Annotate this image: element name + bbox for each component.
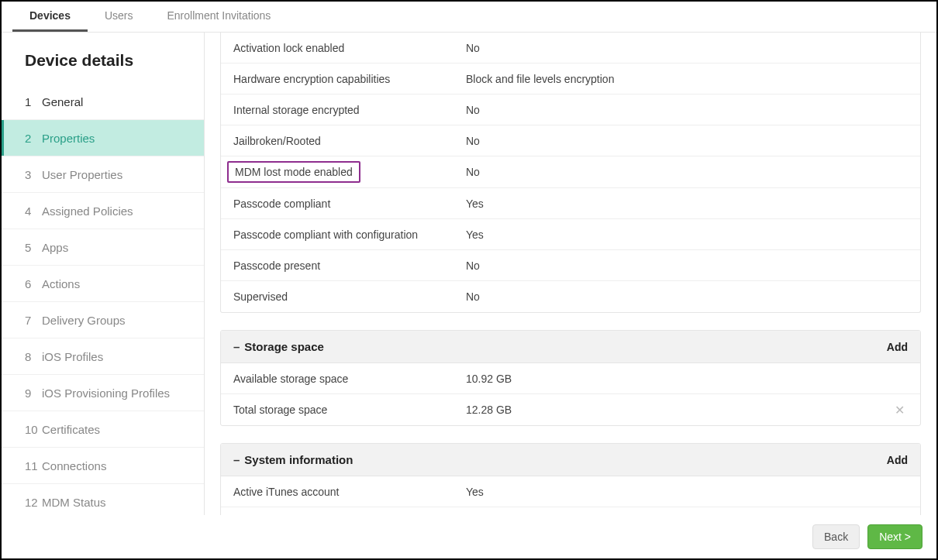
table-row: Supervised No	[221, 281, 920, 312]
table-row: MDM lost mode enabled No	[221, 156, 920, 188]
sysinfo-table: – System information Add Active iTunes a…	[220, 443, 921, 515]
sidebar-item-assigned-policies[interactable]: 4 Assigned Policies	[2, 193, 204, 229]
section-header-sysinfo: – System information Add	[221, 444, 920, 476]
sidebar-item-label: General	[42, 95, 83, 108]
sidebar-item-user-properties[interactable]: 3 User Properties	[2, 156, 204, 193]
sidebar-item-delivery-groups[interactable]: 7 Delivery Groups	[2, 302, 204, 338]
table-row: Hardware encryption capabilities Block a…	[221, 64, 920, 94]
property-label: Internal storage encrypted	[233, 104, 466, 116]
property-label: Activation lock enabled	[233, 42, 466, 54]
table-row: Cloud backup enabled No	[221, 507, 920, 515]
sidebar-item-number: 7	[25, 314, 42, 327]
section-header-storage: – Storage space Add	[221, 331, 920, 363]
sidebar-item-connections[interactable]: 11 Connections	[2, 448, 204, 484]
property-value: No	[466, 42, 908, 54]
sidebar-item-ios-provisioning-profiles[interactable]: 9 iOS Provisioning Profiles	[2, 375, 204, 411]
property-label: Passcode compliant	[233, 198, 466, 210]
close-icon[interactable]: ✕	[891, 403, 908, 417]
sidebar-item-number: 1	[25, 95, 42, 108]
sidebar-item-number: 4	[25, 204, 42, 218]
property-value: No	[466, 290, 908, 303]
sidebar-item-label: Assigned Policies	[42, 204, 133, 218]
sidebar-item-number: 8	[25, 350, 42, 363]
property-label: Passcode compliant with configuration	[233, 228, 466, 241]
sidebar-item-label: Apps	[42, 241, 68, 254]
section-title: Storage space	[244, 340, 324, 353]
sidebar-item-label: Connections	[42, 459, 106, 472]
tab-enrollment-invitations[interactable]: Enrollment Invitations	[150, 2, 288, 32]
property-label: Total storage space	[233, 404, 466, 416]
property-value: Block and file levels encryption	[466, 73, 908, 85]
sidebar-item-ios-profiles[interactable]: 8 iOS Profiles	[2, 338, 204, 375]
property-value: No	[466, 104, 908, 116]
property-label: MDM lost mode enabled	[233, 164, 466, 180]
sidebar-item-label: Actions	[42, 277, 80, 290]
sidebar-item-number: 10	[25, 423, 42, 436]
property-label: Active iTunes account	[233, 486, 466, 498]
table-row: Activation lock enabled No	[221, 33, 920, 64]
property-value: Yes	[466, 198, 908, 210]
sidebar-item-actions[interactable]: 6 Actions	[2, 266, 204, 302]
property-value: Yes	[466, 486, 908, 498]
table-row: Passcode present No	[221, 250, 920, 281]
top-tabs: Devices Users Enrollment Invitations	[2, 2, 936, 33]
sidebar-item-general[interactable]: 1 General	[2, 84, 204, 120]
highlighted-label: MDM lost mode enabled	[227, 161, 360, 183]
section-title: System information	[244, 453, 353, 466]
sidebar-item-number: 12	[25, 496, 42, 509]
sidebar-item-mdm-status[interactable]: 12 MDM Status	[2, 484, 204, 515]
next-button[interactable]: Next >	[867, 524, 922, 549]
sidebar-item-label: Delivery Groups	[42, 314, 126, 327]
sidebar-item-number: 11	[25, 459, 42, 472]
collapse-icon[interactable]: –	[233, 340, 240, 353]
property-value: 10.92 GB	[466, 373, 908, 385]
sidebar-item-label: MDM Status	[42, 496, 106, 509]
sidebar-item-number: 9	[25, 387, 42, 400]
add-button[interactable]: Add	[887, 341, 908, 353]
add-button[interactable]: Add	[887, 454, 908, 466]
sidebar-item-properties[interactable]: 2 Properties	[2, 120, 204, 156]
sidebar-item-number: 5	[25, 241, 42, 254]
property-value: No	[466, 135, 908, 147]
sidebar-item-label: iOS Profiles	[42, 350, 103, 363]
security-table: Activation lock enabled No Hardware encr…	[220, 33, 921, 313]
sidebar-item-label: Properties	[42, 132, 95, 145]
content-area: Activation lock enabled No Hardware encr…	[205, 33, 936, 515]
property-label: Jailbroken/Rooted	[233, 135, 466, 147]
back-button[interactable]: Back	[812, 524, 860, 549]
collapse-icon[interactable]: –	[233, 453, 240, 466]
table-row: Active iTunes account Yes	[221, 476, 920, 507]
property-label: Hardware encryption capabilities	[233, 73, 466, 85]
table-row: Passcode compliant Yes	[221, 188, 920, 219]
property-value: No	[466, 259, 908, 272]
sidebar-item-certificates[interactable]: 10 Certificates	[2, 411, 204, 448]
sidebar-item-label: iOS Provisioning Profiles	[42, 387, 170, 400]
table-row: Passcode compliant with configuration Ye…	[221, 219, 920, 250]
property-value: No	[466, 166, 908, 178]
table-row: Internal storage encrypted No	[221, 94, 920, 125]
sidebar-item-number: 6	[25, 277, 42, 290]
sidebar: Device details 1 General 2 Properties 3 …	[2, 33, 205, 515]
table-row: Total storage space 12.28 GB ✕	[221, 394, 920, 425]
property-value: Yes	[466, 228, 908, 241]
sidebar-item-number: 3	[25, 168, 42, 181]
tab-users[interactable]: Users	[88, 2, 150, 32]
sidebar-item-label: User Properties	[42, 168, 122, 181]
sidebar-title: Device details	[2, 33, 204, 84]
sidebar-item-label: Certificates	[42, 423, 100, 436]
sidebar-item-number: 2	[25, 132, 42, 145]
sidebar-item-apps[interactable]: 5 Apps	[2, 229, 204, 266]
property-value: 12.28 GB	[466, 404, 891, 416]
property-label: Supervised	[233, 290, 466, 303]
table-row: Available storage space 10.92 GB	[221, 363, 920, 394]
storage-table: – Storage space Add Available storage sp…	[220, 330, 921, 426]
property-label: Passcode present	[233, 259, 466, 272]
property-label: Available storage space	[233, 373, 466, 385]
tab-devices[interactable]: Devices	[12, 2, 88, 32]
table-row: Jailbroken/Rooted No	[221, 125, 920, 156]
footer: Back Next >	[2, 515, 936, 558]
